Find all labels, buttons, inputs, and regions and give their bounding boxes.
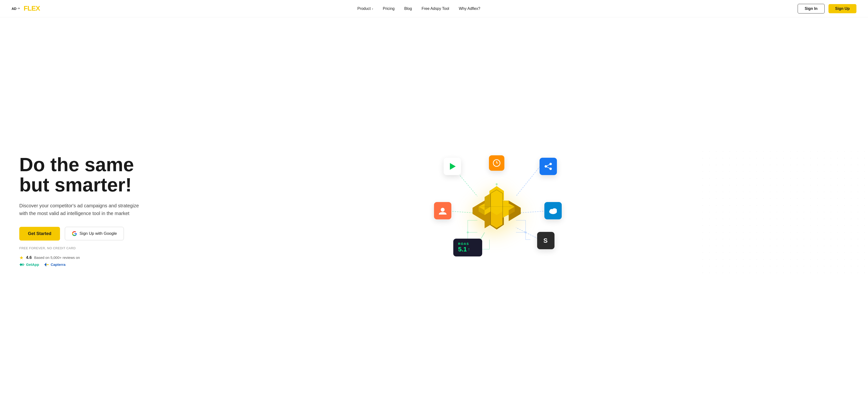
hero-illustration: S (145, 148, 849, 273)
review-platforms: GetApp Capterra (19, 263, 145, 267)
nav-item-product[interactable]: Product (358, 6, 373, 11)
bg-dots (699, 148, 868, 273)
svg-text:AD: AD (11, 7, 17, 10)
float-card-s: S (537, 232, 555, 249)
getapp-icon (19, 263, 25, 267)
svg-line-21 (546, 166, 551, 169)
getapp-label: GetApp (26, 263, 39, 267)
google-icon (72, 231, 77, 236)
play-icon (448, 162, 457, 171)
avatar-icon (438, 206, 447, 215)
hero-title: Do the same but smarter! (19, 155, 145, 195)
roas-value: 5.1 ↑ (458, 245, 477, 253)
iso-plus-svg (461, 176, 533, 244)
nav-link-pricing[interactable]: Pricing (383, 6, 395, 10)
logo-ad-text: AD (11, 5, 24, 13)
nav-link-blog[interactable]: Blog (404, 6, 412, 10)
share-icon (544, 162, 553, 171)
roas-card: ROAS 5.1 ↑ (453, 239, 482, 257)
logo[interactable]: AD FLEX (11, 5, 40, 13)
capterra-icon (44, 263, 49, 267)
navbar: AD FLEX Product Pricing Blog Free Adspy … (0, 0, 868, 17)
hero-buttons: Get Started Sign Up with Google (19, 227, 145, 240)
nav-item-pricing[interactable]: Pricing (383, 6, 395, 11)
logo-flex-text: FLEX (24, 5, 40, 12)
nav-item-why-adflex[interactable]: Why Adflex? (459, 6, 480, 11)
roas-number: 5.1 (458, 245, 467, 253)
hero-content: Do the same but smarter! Discover your c… (19, 155, 145, 267)
star-icon: ★ (19, 255, 24, 261)
svg-marker-31 (491, 190, 503, 210)
reviews-section: ★ 4.6 Based on 5,000+ reviews on (19, 255, 145, 261)
float-card-play (444, 158, 461, 175)
circular-icon (492, 159, 501, 167)
roas-arrow-icon: ↑ (468, 247, 470, 252)
svg-marker-2 (44, 263, 46, 267)
nav-item-free-adspy[interactable]: Free Adspy Tool (422, 6, 449, 11)
get-started-button[interactable]: Get Started (19, 227, 60, 240)
nav-link-product[interactable]: Product (358, 6, 371, 10)
nav-link-why-adflex[interactable]: Why Adflex? (459, 6, 480, 10)
nav-links: Product Pricing Blog Free Adspy Tool Why… (358, 6, 480, 11)
nav-item-blog[interactable]: Blog (404, 6, 412, 11)
hero-title-line1: Do the same (19, 154, 134, 175)
capterra-badge: Capterra (44, 263, 66, 267)
google-signup-button[interactable]: Sign Up with Google (65, 227, 124, 240)
s-icon: S (541, 236, 550, 245)
svg-point-25 (552, 208, 557, 212)
svg-point-22 (441, 208, 444, 212)
float-card-avatar (434, 202, 451, 219)
capterra-label: Capterra (51, 263, 66, 267)
hero-subtitle: Discover your competitor's ad campaigns … (19, 202, 145, 217)
signup-button[interactable]: Sign Up (829, 4, 857, 13)
svg-line-20 (546, 164, 551, 166)
float-card-cloud (545, 202, 562, 219)
nav-link-free-adspy[interactable]: Free Adspy Tool (422, 6, 449, 10)
cloud-icon (548, 206, 558, 215)
rating-text: Based on 5,000+ reviews on (34, 256, 80, 260)
nav-actions: Sign In Sign Up (798, 4, 857, 13)
signin-button[interactable]: Sign In (798, 4, 825, 13)
rating-number: 4.6 (26, 255, 32, 260)
float-card-circle (489, 155, 504, 171)
google-signup-label: Sign Up with Google (80, 231, 117, 236)
hero-title-line2: but smarter! (19, 174, 132, 196)
main-plus-shape (461, 176, 533, 245)
hero-section: Do the same but smarter! Discover your c… (0, 17, 868, 399)
svg-text:S: S (544, 237, 548, 244)
svg-marker-16 (450, 163, 456, 170)
float-card-social (539, 158, 557, 175)
getapp-badge: GetApp (19, 263, 39, 267)
roas-label: ROAS (458, 242, 477, 245)
iso-scene: S (429, 148, 564, 273)
free-forever-text: FREE FOREVER, NO CREDIT CARD (19, 246, 145, 250)
